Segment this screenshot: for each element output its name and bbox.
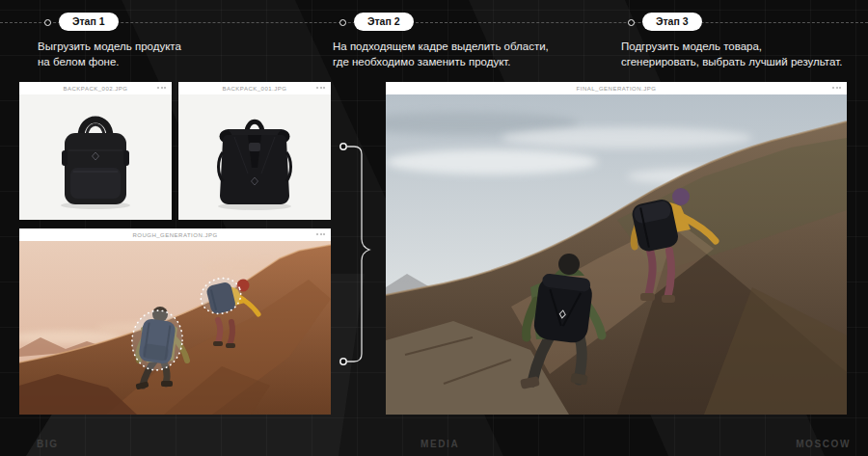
card-title-bar: BACKPACK_002.JPG (19, 82, 172, 94)
stage-badge: Этап 2 (354, 13, 414, 31)
menu-dots-icon[interactable] (316, 87, 325, 89)
card-backpack-001: BACKPACK_001.JPG (178, 82, 331, 220)
slide-canvas: Этап 1 Выгрузить модель продуктана белом… (0, 0, 868, 456)
card-filename: ROUGH_GENERATION.JPG (132, 232, 217, 238)
menu-dots-icon[interactable] (832, 87, 841, 89)
stage-description-line: где необходимо заменить продукт. (333, 56, 511, 67)
stage-description: На подходящем кадре выделить области,где… (333, 39, 549, 69)
stage-description-line: на белом фоне. (38, 56, 120, 67)
stage-description-line: сгенерировать, выбрать лучший результат. (621, 56, 842, 67)
stage-badge: Этап 3 (642, 13, 702, 31)
photo-final-generation (386, 94, 847, 415)
footer-brand-moscow: MOSCOW (796, 439, 851, 449)
menu-dots-icon[interactable] (316, 233, 325, 235)
card-filename: BACKPACK_001.JPG (223, 86, 287, 92)
stage-description-line: На подходящем кадре выделить области, (333, 40, 549, 52)
timeline-node-icon (339, 19, 346, 26)
stage-description: Выгрузить модель продуктана белом фоне. (38, 39, 181, 69)
timeline-node-icon (628, 19, 635, 26)
card-title-bar: BACKPACK_001.JPG (178, 82, 331, 94)
card-filename: BACKPACK_002.JPG (64, 86, 128, 92)
timeline-dashed-line (0, 22, 868, 23)
card-title-bar: ROUGH_GENERATION.JPG (19, 228, 331, 241)
card-backpack-002: BACKPACK_002.JPG (19, 82, 172, 220)
card-filename: FINAL_GENERATION.JPG (577, 86, 657, 92)
footer-brand-big: BIG (37, 439, 59, 449)
stage-description: Подгрузить модель товара,сгенерировать, … (621, 39, 842, 69)
card-title-bar: FINAL_GENERATION.JPG (386, 82, 847, 94)
stage-badge: Этап 1 (59, 13, 119, 31)
menu-dots-icon[interactable] (157, 87, 166, 89)
footer-brand-media: MEDIA (420, 439, 459, 449)
product-image-backpack-002 (19, 94, 172, 220)
card-final-generation: FINAL_GENERATION.JPG (386, 82, 847, 415)
product-image-backpack-001 (178, 94, 331, 220)
photo-rough-generation (19, 241, 331, 415)
timeline-node-icon (44, 19, 51, 26)
brace-connector (336, 139, 378, 370)
stage-description-line: Выгрузить модель продукта (38, 40, 181, 52)
stage-description-line: Подгрузить модель товара, (621, 40, 762, 52)
card-rough-generation: ROUGH_GENERATION.JPG (19, 228, 331, 415)
